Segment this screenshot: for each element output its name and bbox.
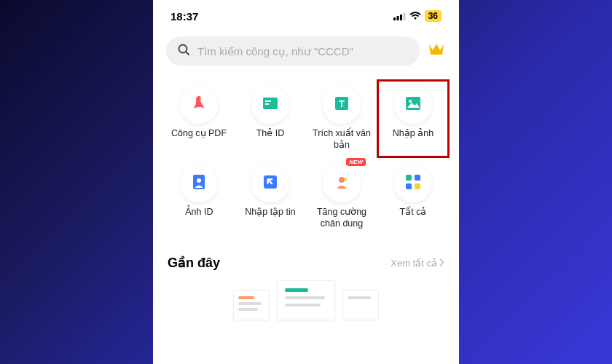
svg-rect-1 bbox=[396, 16, 399, 20]
svg-rect-8 bbox=[265, 103, 269, 105]
see-all-label: Xem tất cả bbox=[391, 258, 437, 269]
tool-text-extract[interactable]: T Trích xuất văn bản bbox=[307, 82, 376, 156]
tool-grid: Công cụ PDF Thẻ ID T Trích xuất văn bản bbox=[153, 76, 459, 243]
crown-icon[interactable] bbox=[427, 41, 446, 60]
tool-id-card[interactable]: Thẻ ID bbox=[236, 82, 305, 156]
svg-rect-3 bbox=[403, 13, 405, 20]
tool-label: Tất cả bbox=[400, 207, 427, 230]
doc-thumb bbox=[277, 280, 335, 320]
search-box[interactable] bbox=[166, 36, 420, 66]
tool-label: Nhập ảnh bbox=[393, 128, 434, 151]
tool-import-file[interactable]: Nhập tập tin bbox=[236, 160, 305, 234]
signal-icon bbox=[393, 10, 406, 23]
id-card-icon bbox=[261, 94, 280, 116]
svg-text:T: T bbox=[339, 98, 345, 109]
doc-thumb bbox=[342, 290, 379, 320]
svg-line-5 bbox=[187, 52, 189, 55]
svg-rect-0 bbox=[393, 17, 396, 20]
svg-rect-7 bbox=[265, 100, 271, 102]
search-input[interactable] bbox=[197, 45, 408, 58]
wifi-icon bbox=[409, 10, 421, 23]
recent-empty-art bbox=[153, 277, 459, 320]
svg-point-4 bbox=[179, 44, 187, 52]
status-right: 36 bbox=[393, 10, 442, 23]
search-row bbox=[153, 32, 459, 76]
svg-rect-17 bbox=[406, 175, 412, 181]
import-file-icon bbox=[261, 173, 280, 194]
text-extract-icon: T bbox=[332, 94, 351, 116]
svg-rect-19 bbox=[406, 183, 412, 189]
svg-rect-11 bbox=[406, 97, 420, 110]
pdf-icon bbox=[189, 94, 208, 116]
image-icon bbox=[404, 94, 423, 116]
search-icon bbox=[178, 44, 190, 59]
recent-section-header: Gần đây Xem tất cả bbox=[153, 243, 459, 277]
all-apps-icon bbox=[404, 173, 422, 194]
svg-point-16 bbox=[339, 177, 345, 183]
tool-pdf[interactable]: Công cụ PDF bbox=[165, 82, 233, 156]
svg-rect-18 bbox=[415, 175, 420, 181]
portrait-enhance-icon bbox=[332, 173, 351, 194]
status-time: 18:37 bbox=[170, 10, 198, 23]
section-title: Gần đây bbox=[168, 255, 220, 271]
tool-label: Nhập tập tin bbox=[245, 207, 296, 230]
doc-thumb bbox=[233, 290, 270, 320]
see-all-link[interactable]: Xem tất cả bbox=[391, 258, 444, 269]
phone-screen: 18:37 36 Côn bbox=[153, 0, 459, 364]
tool-label: Thẻ ID bbox=[256, 128, 285, 151]
svg-rect-2 bbox=[400, 15, 402, 20]
tool-portrait-enhance[interactable]: NEW Tăng cường chân dung bbox=[307, 160, 376, 234]
tool-label: Ảnh ID bbox=[185, 207, 213, 230]
chevron-right-icon bbox=[439, 258, 444, 269]
tool-import-image[interactable]: Nhập ảnh bbox=[377, 79, 450, 158]
svg-rect-20 bbox=[415, 183, 420, 189]
svg-point-12 bbox=[409, 100, 412, 103]
tool-label: Tăng cường chân dung bbox=[309, 207, 374, 230]
new-badge: NEW bbox=[346, 158, 366, 166]
tool-label: Công cụ PDF bbox=[171, 128, 227, 151]
battery-indicator: 36 bbox=[425, 10, 442, 22]
tool-label: Trích xuất văn bản bbox=[309, 128, 374, 151]
photo-id-icon bbox=[189, 173, 208, 194]
tool-all[interactable]: Tất cả bbox=[379, 160, 447, 234]
status-bar: 18:37 36 bbox=[153, 0, 459, 32]
svg-point-14 bbox=[197, 178, 201, 183]
tool-photo-id[interactable]: Ảnh ID bbox=[165, 160, 233, 234]
